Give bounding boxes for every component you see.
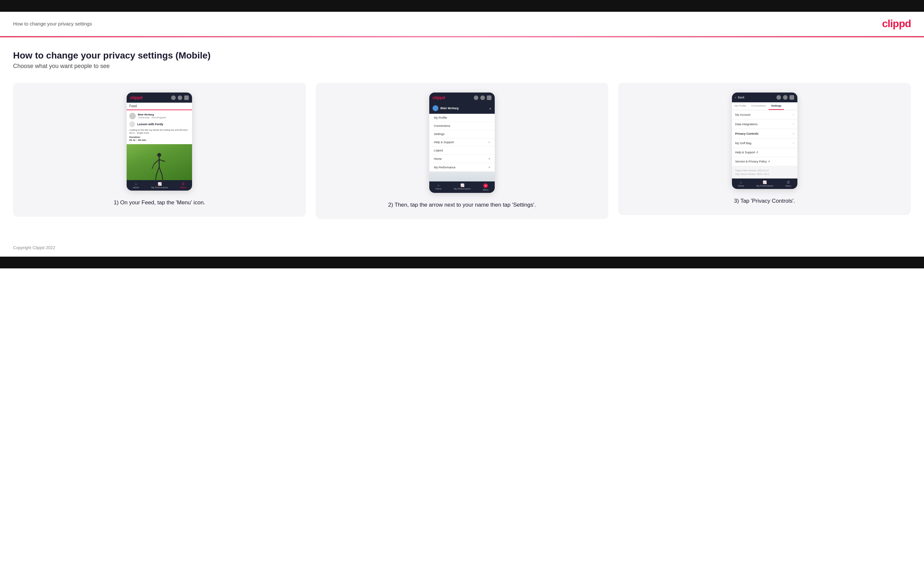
duration: Duration01 hr : 30 min	[129, 136, 189, 142]
section-home: Home ▾	[429, 155, 495, 163]
blurred-bg	[429, 172, 495, 181]
svg-line-6	[156, 175, 157, 180]
phone1-post: Blair McHarg Yesterday · Sunningdale Les…	[127, 110, 192, 144]
chevron-right-icon: ›	[793, 132, 794, 135]
chevron-right-icon: ›	[793, 122, 794, 126]
step-2-card: clippd Blair McHarg ▲	[316, 83, 609, 219]
svg-line-2	[154, 160, 159, 164]
setting-privacy-controls[interactable]: Privacy Controls ›	[732, 129, 797, 138]
post-user-info: Blair McHarg Yesterday · Sunningdale	[138, 113, 166, 119]
phone3-icons	[777, 95, 794, 100]
post-username: Blair McHarg	[138, 113, 166, 116]
chevron-up-icon: ▲	[489, 107, 491, 110]
gear-icon	[790, 95, 794, 100]
lesson-icon	[129, 121, 135, 127]
lesson-title: Lesson with Fordy	[137, 122, 163, 126]
setting-my-account: My Account ›	[732, 110, 797, 119]
search-icon	[171, 95, 176, 100]
back-button: ‹ Back	[735, 96, 745, 99]
menu-settings: Settings	[429, 130, 495, 138]
phone1-feed-tab: Feed	[127, 103, 192, 110]
setting-data-integrations: Data Integrations ›	[732, 120, 797, 129]
nav-home: ⌂ Home	[738, 181, 744, 187]
golf-image	[127, 144, 192, 180]
profile-icon	[480, 95, 485, 100]
phone2-user-row: Blair McHarg ▲	[429, 103, 495, 114]
tab-connections: Connections	[749, 102, 768, 110]
menu-my-profile: My Profile	[429, 114, 495, 122]
chevron-down-icon: ▾	[488, 157, 490, 161]
page-subheading: Choose what you want people to see	[13, 63, 911, 69]
phone1-header: clippd	[127, 92, 192, 103]
copyright: Copyright Clippd 2022	[13, 245, 55, 250]
chevron-right-icon: ›	[793, 113, 794, 116]
post-avatar	[129, 113, 136, 119]
version-gql: GQL Server Version: 2022.7.30-1	[735, 172, 794, 176]
version-info: Clippd Client Version: 2022.8.3-3 GQL Se…	[732, 166, 797, 179]
chevron-down-icon: ▾	[488, 165, 490, 169]
phone3-bottom-nav: ⌂ Home 📈 My Performance ☰ Menu	[732, 179, 797, 189]
header: How to change your privacy settings clip…	[0, 12, 924, 36]
search-icon	[474, 95, 478, 100]
phone1-logo: clippd	[130, 95, 142, 100]
nav-home: ⌂ Home	[133, 182, 139, 189]
lesson-desc: Looking to feel like my hands are exitin…	[129, 129, 189, 134]
user-left: Blair McHarg	[433, 105, 459, 111]
phone-3: ‹ Back My Profile Connections Settings	[732, 92, 797, 189]
step-2-caption: 2) Then, tap the arrow next to your name…	[388, 201, 536, 209]
post-user-row: Blair McHarg Yesterday · Sunningdale	[129, 113, 189, 119]
nav-home: ⌂ Home	[436, 184, 442, 191]
profile-icon	[783, 95, 788, 100]
step-1-card: clippd Feed Blair McHarg Yeste	[13, 83, 306, 217]
close-icon: ✕	[483, 184, 488, 188]
svg-line-7	[162, 175, 163, 180]
user-avatar	[433, 105, 438, 111]
chevron-right-icon: ›	[793, 141, 794, 145]
svg-line-8	[152, 164, 154, 169]
step-3-caption: 3) Tap 'Privacy Controls'.	[734, 197, 795, 205]
phone2-logo: clippd	[433, 95, 445, 100]
nav-performance: 📈 My Performance	[756, 181, 773, 187]
nav-performance: 📈 My Performance	[151, 182, 168, 189]
nav-menu: ☰ Menu	[785, 181, 791, 187]
logo: clippd	[882, 18, 911, 30]
main-content: How to change your privacy settings (Mob…	[0, 37, 924, 239]
svg-line-5	[159, 167, 162, 175]
phone1-bottom-nav: ⌂ Home 📈 My Performance ☰ Menu	[127, 180, 192, 190]
external-link-icon: ↗	[488, 141, 490, 144]
phone-1: clippd Feed Blair McHarg Yeste	[127, 92, 192, 190]
profile-icon	[178, 95, 182, 100]
gear-icon	[487, 95, 491, 100]
setting-help-support: Help & Support ↗	[732, 148, 797, 156]
phone2-bottom-nav: ⌂ Home 📈 My Performance ✕ Menu	[429, 181, 495, 193]
setting-my-golf-bag: My Golf Bag ›	[732, 139, 797, 147]
gear-icon	[184, 95, 189, 100]
step-3-card: ‹ Back My Profile Connections Settings	[618, 83, 911, 215]
nav-close: ✕ Menu	[483, 184, 489, 191]
nav-performance: 📈 My Performance	[454, 184, 470, 191]
nav-menu: ☰ Menu	[180, 182, 186, 189]
footer: Copyright Clippd 2022	[0, 239, 924, 256]
setting-service-privacy: Service & Privacy Policy ↗	[732, 157, 797, 166]
lesson-row: Lesson with Fordy	[129, 121, 189, 127]
svg-line-3	[159, 160, 165, 161]
menu-connections: Connections	[429, 122, 495, 130]
username-label: Blair McHarg	[440, 106, 459, 110]
menu-logout: Logout	[429, 147, 495, 155]
svg-line-4	[157, 167, 159, 175]
phone-2: clippd Blair McHarg ▲	[429, 92, 495, 193]
phone2-icons	[474, 95, 491, 100]
post-location: Yesterday · Sunningdale	[138, 116, 166, 119]
menu-help-support: Help & Support ↗	[429, 138, 495, 147]
step-1-caption: 1) On your Feed, tap the 'Menu' icon.	[114, 198, 205, 207]
svg-point-0	[157, 153, 161, 157]
settings-list: My Account › Data Integrations › Privacy…	[732, 110, 797, 166]
phone2-dropdown: My Profile Connections Settings Help & S…	[429, 114, 495, 172]
tab-settings: Settings	[769, 102, 784, 110]
top-bar	[0, 0, 924, 12]
phone3-tabs: My Profile Connections Settings	[732, 102, 797, 110]
tab-my-profile: My Profile	[732, 102, 749, 110]
phone1-icons	[171, 95, 189, 100]
search-icon	[777, 95, 781, 100]
breadcrumb: How to change your privacy settings	[13, 21, 92, 26]
